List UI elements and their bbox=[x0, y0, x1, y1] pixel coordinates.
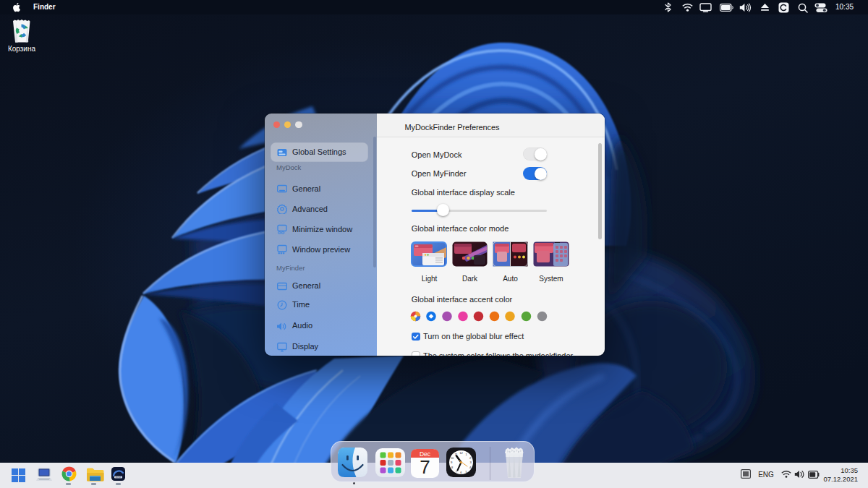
svg-text:10: 10 bbox=[451, 456, 454, 460]
svg-text:12: 12 bbox=[459, 451, 463, 455]
svg-text:7: 7 bbox=[420, 456, 430, 478]
svg-text:DOCK: DOCK bbox=[116, 476, 122, 479]
